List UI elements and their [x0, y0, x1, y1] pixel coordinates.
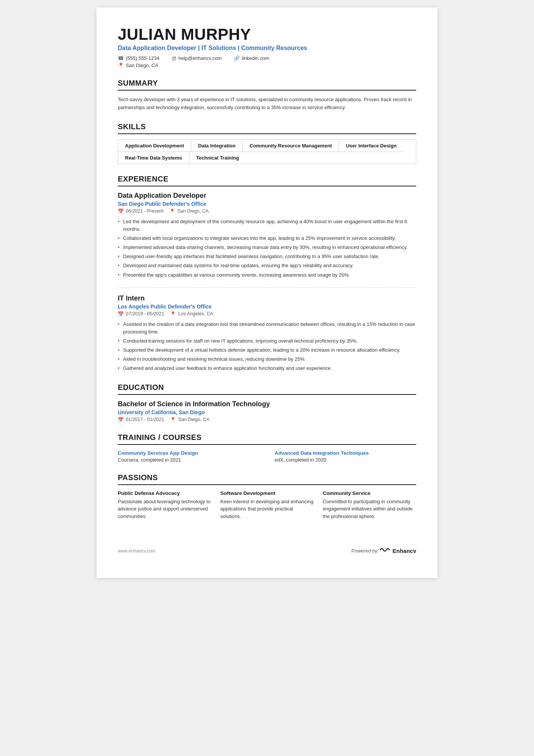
- location-text: San Diego, CA: [126, 63, 158, 68]
- powered-by-text: Powered by: [351, 548, 378, 554]
- skill-item: Community Resource Management: [243, 140, 339, 152]
- bullet-item: Conducted training sessions for staff on…: [118, 337, 416, 345]
- phone-number: (555) 555-1234: [126, 55, 159, 61]
- training-1-name: Community Services App Design: [118, 450, 259, 456]
- job-2-company: Los Angeles Public Defender's Office: [118, 304, 416, 310]
- page-footer: www.enhancv.com Powered by Enhancv: [118, 543, 416, 555]
- passion-3-title: Community Service: [323, 490, 416, 496]
- candidate-name: JULIAN MURPHY: [118, 26, 416, 43]
- footer-website: www.enhancv.com: [118, 548, 155, 554]
- bullet-item: Supported the development of a virtual h…: [118, 346, 416, 354]
- skills-row-1: Application Development Data Integration…: [118, 140, 416, 152]
- job-2-title: IT Intern: [118, 294, 416, 302]
- email-address: help@enhancv.com: [178, 55, 222, 61]
- enhancv-brand-name: Enhancv: [392, 548, 416, 554]
- linkedin-icon: 🔗: [234, 55, 240, 61]
- job-1-meta: 📅 06/2021 - Present 📍 San Diego, CA: [118, 208, 416, 214]
- bullet-item: Presented the app's capabilities at vari…: [118, 271, 416, 279]
- education-section: EDUCATION Bachelor of Science in Informa…: [118, 383, 416, 423]
- bullet-item: Developed and maintained data systems fo…: [118, 262, 416, 269]
- training-1-detail: Coursera, completed in 2021: [118, 457, 259, 463]
- job-2-location: 📍 Los Angeles, CA: [170, 311, 213, 317]
- training-section: TRAINING / COURSES Community Services Ap…: [118, 433, 416, 463]
- job-2: IT Intern Los Angeles Public Defender's …: [118, 294, 416, 373]
- job-2-meta: 📅 07/2019 - 05/2021 📍 Los Angeles, CA: [118, 311, 416, 317]
- experience-title: EXPERIENCE: [118, 175, 416, 186]
- passion-item-1: Public Defense Advocacy Passionate about…: [118, 490, 211, 520]
- passions-title: PASSIONS: [118, 473, 416, 485]
- email-contact: @ help@enhancv.com: [172, 55, 222, 61]
- passion-2-desc: Keen interest in developing and enhancin…: [220, 498, 314, 520]
- training-item-1: Community Services App Design Coursera, …: [118, 450, 259, 463]
- location-icon: 📍: [170, 311, 176, 317]
- edu-meta: 📅 01/2017 - 01/2021 📍 San Diego, CA: [118, 417, 416, 423]
- skills-row-2: Real-Time Data Systems Technical Trainin…: [118, 152, 416, 164]
- job-1-location: 📍 San Diego, CA: [169, 208, 209, 214]
- training-item-2: Advanced Data Integration Techniques edX…: [275, 450, 416, 463]
- passion-2-title: Software Development: [220, 490, 314, 496]
- job-divider: [118, 287, 416, 288]
- job-1-company: San Diego Public Defender's Office: [118, 201, 416, 207]
- footer-logo: Powered by Enhancv: [351, 546, 416, 555]
- job-1-title: Data Application Developer: [118, 192, 416, 200]
- linkedin-url: linkedin.com: [242, 55, 269, 61]
- bullet-item: Assisted in the creation of a data integ…: [118, 321, 416, 336]
- phone-contact: ☎ (555) 555-1234: [118, 55, 159, 61]
- edu-location: 📍 San Diego, CA: [170, 417, 209, 423]
- location-icon: 📍: [169, 208, 175, 214]
- skill-item: User Interface Design: [339, 140, 403, 152]
- phone-icon: ☎: [118, 55, 124, 61]
- training-2-name: Advanced Data Integration Techniques: [275, 450, 416, 456]
- passion-item-3: Community Service Committed to participa…: [323, 490, 416, 520]
- calendar-icon: 📅: [118, 208, 124, 214]
- skill-item: Real-Time Data Systems: [118, 152, 189, 164]
- bullet-item: Collaborated with local organizations to…: [118, 235, 416, 242]
- bullet-item: Designed user-friendly app interfaces th…: [118, 253, 416, 260]
- education-title: EDUCATION: [118, 383, 416, 395]
- passions-section: PASSIONS Public Defense Advocacy Passion…: [118, 473, 416, 520]
- email-icon: @: [172, 55, 176, 61]
- calendar-icon: 📅: [118, 417, 124, 423]
- passion-item-2: Software Development Keen interest in de…: [220, 490, 314, 520]
- training-grid: Community Services App Design Coursera, …: [118, 450, 416, 463]
- job-1-date: 📅 06/2021 - Present: [118, 208, 163, 214]
- experience-section: EXPERIENCE Data Application Developer Sa…: [118, 175, 416, 373]
- location-contact: 📍 San Diego, CA: [118, 63, 416, 68]
- enhancv-logo-icon: [379, 546, 390, 555]
- skill-item: Data Integration: [191, 140, 243, 152]
- passions-grid: Public Defense Advocacy Passionate about…: [118, 490, 416, 520]
- skill-item: Technical Training: [189, 152, 246, 164]
- job-2-date: 📅 07/2019 - 05/2021: [118, 311, 164, 317]
- linkedin-contact: 🔗 linkedin.com: [234, 55, 269, 61]
- edu-degree: Bachelor of Science in Information Techn…: [118, 400, 416, 408]
- job-2-bullets: Assisted in the creation of a data integ…: [118, 321, 416, 373]
- calendar-icon: 📅: [118, 311, 124, 317]
- edu-date: 📅 01/2017 - 01/2021: [118, 417, 164, 423]
- bullet-item: Led the development and deployment of th…: [118, 218, 416, 233]
- passion-1-title: Public Defense Advocacy: [118, 490, 211, 496]
- skills-grid: Application Development Data Integration…: [118, 139, 416, 164]
- contact-row: ☎ (555) 555-1234 @ help@enhancv.com 🔗 li…: [118, 55, 416, 61]
- job-1: Data Application Developer San Diego Pub…: [118, 192, 416, 279]
- candidate-title: Data Application Developer | IT Solution…: [118, 45, 416, 52]
- training-title: TRAINING / COURSES: [118, 433, 416, 445]
- skills-section: SKILLS Application Development Data Inte…: [118, 122, 416, 164]
- header-section: JULIAN MURPHY Data Application Developer…: [118, 26, 416, 68]
- bullet-item: Aided in troubleshooting and resolving t…: [118, 355, 416, 363]
- resume-page: JULIAN MURPHY Data Application Developer…: [97, 8, 437, 578]
- summary-section: SUMMARY Tech-savvy developer with 3 year…: [118, 79, 416, 112]
- edu-school: University of California, San Diego: [118, 409, 416, 415]
- skills-title: SKILLS: [118, 122, 416, 134]
- training-2-detail: edX, completed in 2020: [275, 457, 416, 463]
- summary-text: Tech-savvy developer with 3 years of exp…: [118, 96, 416, 112]
- bullet-item: Implemented advanced data-sharing channe…: [118, 244, 416, 251]
- passion-3-desc: Committed to participating in community …: [323, 498, 416, 520]
- skill-item: Application Development: [118, 140, 191, 152]
- bullet-item: Gathered and analyzed user feedback to e…: [118, 365, 416, 372]
- location-icon: 📍: [170, 417, 176, 423]
- summary-title: SUMMARY: [118, 79, 416, 91]
- passion-1-desc: Passionate about leveraging technology t…: [118, 498, 211, 520]
- job-1-bullets: Led the development and deployment of th…: [118, 218, 416, 279]
- location-icon: 📍: [118, 63, 124, 68]
